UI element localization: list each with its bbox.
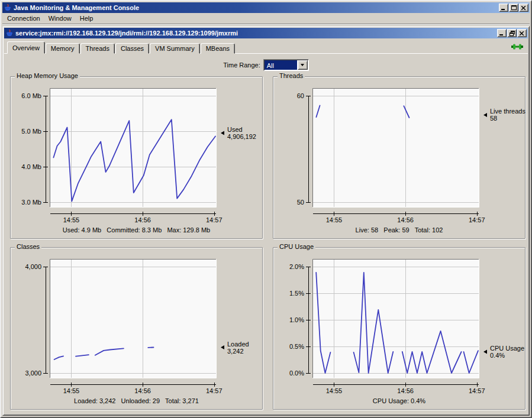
legend-arrow-icon bbox=[483, 113, 487, 117]
legend-label: Live threads bbox=[490, 108, 525, 115]
x-tick-label: 14:55 bbox=[326, 216, 343, 223]
connection-frame: service:jmx:rmi://192.168.129.129/jndi/r… bbox=[2, 26, 530, 416]
frame-titlebar: service:jmx:rmi://192.168.129.129/jndi/r… bbox=[4, 28, 528, 38]
restore-icon bbox=[510, 31, 515, 36]
close-button[interactable] bbox=[517, 29, 527, 37]
chart-canvas: 605014:5514:5614:57Live threads58 bbox=[273, 79, 526, 226]
y-tick-label: 6.0 Mb bbox=[21, 92, 41, 99]
classes-groupbox: Classes 4,0003,00014:5514:5614:57Loaded3… bbox=[10, 247, 263, 410]
close-button[interactable] bbox=[519, 4, 528, 12]
y-tick-label: 2.0% bbox=[289, 263, 304, 270]
frame-title: service:jmx:rmi://192.168.129.129/jndi/r… bbox=[15, 30, 495, 37]
x-tick-label: 14:57 bbox=[206, 387, 223, 394]
chart-canvas: 4,0003,00014:5514:5614:57Loaded3,242 bbox=[11, 250, 263, 397]
green-plug-icon[interactable] bbox=[511, 43, 523, 51]
legend-label: Loaded bbox=[227, 341, 249, 348]
y-tick-label: 1.0% bbox=[289, 316, 304, 323]
chevron-down-icon bbox=[301, 64, 304, 66]
x-tick-label: 14:56 bbox=[397, 216, 414, 223]
java-cup-icon bbox=[4, 4, 12, 12]
tab-classes[interactable]: Classes bbox=[115, 43, 149, 54]
x-tick-label: 14:57 bbox=[469, 387, 485, 394]
x-tick-label: 14:55 bbox=[63, 387, 80, 394]
group-title: Threads bbox=[278, 72, 305, 79]
legend-label: 58 bbox=[490, 115, 497, 122]
tab-mbeans[interactable]: MBeans bbox=[201, 43, 235, 54]
menu-window[interactable]: Window bbox=[44, 14, 76, 24]
minimize-icon bbox=[501, 6, 506, 10]
overview-panel: OverviewMemoryThreadsClassesVM SummaryMB… bbox=[4, 39, 528, 414]
main-titlebar: Java Monitoring & Management Console bbox=[2, 2, 530, 13]
legend-label: CPU Usage bbox=[490, 345, 524, 352]
heap-memory-status: Used: 4.9 Mb Committed: 8.3 Mb Max: 129.… bbox=[11, 226, 262, 234]
combo-dropdown-button[interactable] bbox=[298, 60, 308, 70]
tab-memory[interactable]: Memory bbox=[46, 43, 80, 54]
close-icon bbox=[520, 31, 524, 35]
legend-label: 4,906,192 bbox=[227, 133, 256, 140]
threads-status: Live: 58 Peak: 59 Total: 102 bbox=[273, 226, 525, 234]
tab-threads[interactable]: Threads bbox=[80, 43, 115, 54]
restore-button[interactable] bbox=[507, 29, 517, 37]
chart-canvas: 6.0 Mb5.0 Mb4.0 Mb3.0 Mb14:5514:5614:57U… bbox=[11, 79, 263, 226]
minimize-button[interactable] bbox=[499, 4, 508, 12]
y-tick-label: 4.0 Mb bbox=[21, 163, 41, 170]
x-tick-label: 14:57 bbox=[206, 216, 223, 223]
y-tick-label: 50 bbox=[297, 199, 304, 206]
y-tick-label: 0.0% bbox=[289, 370, 304, 377]
time-range-combobox[interactable]: All bbox=[263, 59, 309, 71]
heap-memory-groupbox: Heap Memory Usage 6.0 Mb5.0 Mb4.0 Mb3.0 … bbox=[10, 76, 263, 239]
time-range-row: Time Range: All bbox=[4, 59, 528, 71]
legend-arrow-icon bbox=[483, 349, 487, 354]
y-tick-label: 3,000 bbox=[25, 370, 41, 377]
cpu-usage-groupbox: CPU Usage 2.0%1.5%1.0%0.5%0.0%14:5514:56… bbox=[273, 247, 525, 410]
group-title: CPU Usage bbox=[278, 243, 315, 250]
tab-vm-summary[interactable]: VM Summary bbox=[150, 43, 200, 54]
x-tick-label: 14:55 bbox=[63, 216, 80, 223]
chart-canvas: 2.0%1.5%1.0%0.5%0.0%14:5514:5614:57CPU U… bbox=[273, 250, 526, 397]
cpu-usage-status: CPU Usage: 0.4% bbox=[273, 397, 525, 404]
tab-strip: OverviewMemoryThreadsClassesVM SummaryMB… bbox=[8, 41, 236, 54]
maximize-icon bbox=[511, 5, 517, 10]
x-tick-label: 14:57 bbox=[469, 216, 485, 223]
threads-groupbox: Threads 605014:5514:5614:57Live threads5… bbox=[273, 76, 525, 239]
java-cup-icon bbox=[5, 29, 14, 37]
close-icon bbox=[521, 6, 526, 10]
legend-arrow-icon bbox=[221, 131, 224, 135]
classes-chart: 4,0003,00014:5514:5614:57Loaded3,242 bbox=[11, 250, 263, 397]
group-title: Classes bbox=[15, 243, 41, 250]
y-tick-label: 4,000 bbox=[25, 263, 41, 270]
threads-chart: 605014:5514:5614:57Live threads58 bbox=[273, 79, 526, 226]
legend-label: Used bbox=[227, 126, 243, 133]
y-tick-label: 60 bbox=[297, 92, 304, 99]
window-title: Java Monitoring & Management Console bbox=[14, 4, 496, 11]
menu-bar: ConnectionWindowHelp bbox=[2, 13, 530, 24]
y-tick-label: 1.5% bbox=[289, 290, 304, 297]
tab-overview[interactable]: Overview bbox=[7, 41, 45, 54]
legend-label: 3,242 bbox=[227, 348, 244, 355]
minimize-icon bbox=[499, 31, 504, 35]
maximize-button[interactable] bbox=[509, 4, 518, 12]
minimize-button[interactable] bbox=[497, 29, 507, 37]
legend-arrow-icon bbox=[221, 345, 224, 349]
classes-status: Loaded: 3,242 Unloaded: 29 Total: 3,271 bbox=[11, 397, 262, 404]
x-tick-label: 14:55 bbox=[326, 387, 343, 394]
cpu-usage-chart: 2.0%1.5%1.0%0.5%0.0%14:5514:5614:57CPU U… bbox=[273, 250, 526, 397]
menu-connection[interactable]: Connection bbox=[3, 14, 44, 24]
y-tick-label: 0.5% bbox=[289, 343, 304, 350]
y-tick-label: 5.0 Mb bbox=[21, 128, 41, 135]
legend-label: 0.4% bbox=[490, 352, 505, 359]
x-tick-label: 14:56 bbox=[134, 216, 151, 223]
main-window: Java Monitoring & Management Console Con… bbox=[0, 0, 532, 418]
group-title: Heap Memory Usage bbox=[15, 72, 80, 79]
time-range-value[interactable]: All bbox=[265, 60, 297, 70]
x-tick-label: 14:56 bbox=[134, 387, 151, 394]
heap-memory-chart: 6.0 Mb5.0 Mb4.0 Mb3.0 Mb14:5514:5614:57U… bbox=[11, 79, 263, 226]
client-area: service:jmx:rmi://192.168.129.129/jndi/r… bbox=[2, 25, 530, 417]
x-tick-label: 14:56 bbox=[397, 387, 414, 394]
y-tick-label: 3.0 Mb bbox=[21, 199, 41, 206]
time-range-label: Time Range: bbox=[223, 61, 260, 69]
menu-help[interactable]: Help bbox=[76, 14, 98, 24]
